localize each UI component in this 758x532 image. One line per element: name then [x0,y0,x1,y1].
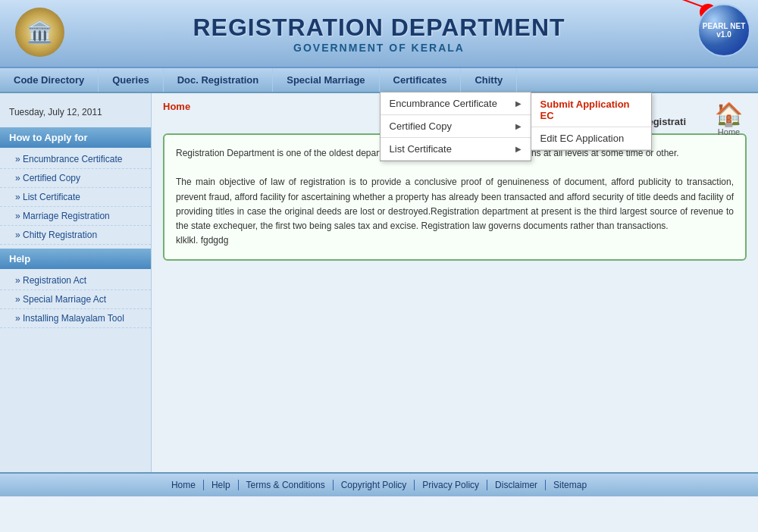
nav-chitty[interactable]: Chitty [461,68,517,92]
help-title: Help [0,249,151,269]
nav-code-directory[interactable]: Code Directory [0,68,99,92]
nav-certificates-container[interactable]: Certificates Encumbrance Certificate ▶ S… [380,68,462,92]
home-label: Home [715,127,743,136]
main-navbar: Code Directory Queries Doc. Registration… [0,68,758,93]
kerala-emblem: 🏛️ [15,8,64,57]
sidebar-item-list-certificate[interactable]: List Certificate [0,188,151,207]
submenu-submit-application[interactable]: Submit Application EC [531,93,651,127]
encumbrance-submenu: Submit Application EC Edit EC Applicatio… [531,92,652,151]
certified-copy-label: Certified Copy [390,120,452,132]
pearl-net-badge: PEARL NETv1.0 [697,4,750,57]
pearl-net-text: PEARL NETv1.0 [703,22,746,39]
sidebar-item-registration-act[interactable]: Registration Act [0,271,151,290]
sidebar-item-special-marriage-act[interactable]: Special Marriage Act [0,290,151,309]
certificates-dropdown: Encumbrance Certificate ▶ Submit Applica… [380,92,531,161]
nav-queries[interactable]: Queries [99,68,163,92]
sidebar-item-encumbrance[interactable]: Encumbrance Certificate [0,150,151,169]
government-subtitle: GOVERNMENT OF KERALA [193,42,565,54]
footer-privacy[interactable]: Privacy Policy [415,480,487,490]
home-icon-area[interactable]: 🏠 Home [715,101,743,136]
breadcrumb[interactable]: Home [163,101,190,112]
sidebar-item-chitty-registration[interactable]: Chitty Registration [0,226,151,245]
footer-sitemap[interactable]: Sitemap [546,480,594,490]
footer-home[interactable]: Home [164,480,204,490]
dropdown-certified-copy[interactable]: Certified Copy ▶ [381,115,531,138]
nav-doc-registration[interactable]: Doc. Registration [164,68,274,92]
footer-terms[interactable]: Terms & Conditions [239,480,334,490]
page-footer: Home Help Terms & Conditions Copyright P… [0,472,758,496]
nav-certificates[interactable]: Certificates [380,68,462,92]
nav-special-marriage[interactable]: Special Marriage [273,68,379,92]
dropdown-encumbrance[interactable]: Encumbrance Certificate ▶ Submit Applica… [381,92,531,115]
sidebar: Tuesday, July 12, 2011 How to Apply for … [0,93,152,472]
list-certificate-arrow-icon: ▶ [515,145,522,153]
content-description: Registration Department is one of the ol… [176,146,734,248]
submenu-edit-ec-application[interactable]: Edit EC Application [531,127,651,150]
header-title-block: REGISTRATION DEPARTMENT GOVERNMENT OF KE… [193,14,565,54]
dropdown-list-certificate[interactable]: List Certificate ▶ [381,138,531,161]
footer-copyright[interactable]: Copyright Policy [334,480,415,490]
footer-help[interactable]: Help [204,480,239,490]
department-title: REGISTRATION DEPARTMENT [193,14,565,42]
footer-disclaimer[interactable]: Disclaimer [487,480,546,490]
home-icon: 🏠 [715,101,743,127]
certified-copy-arrow-icon: ▶ [515,122,522,130]
sidebar-item-installing-malayalam[interactable]: Installing Malayalam Tool [0,309,151,328]
pearl-net-logo: PEARL NETv1.0 [697,4,750,57]
footer-links: Home Help Terms & Conditions Copyright P… [15,480,743,490]
sidebar-date: Tuesday, July 12, 2011 [0,101,151,124]
page-header: 🏛️ REGISTRATION DEPARTMENT GOVERNMENT OF… [0,0,758,68]
list-certificate-label: List Certificate [390,143,452,155]
encumbrance-arrow-icon: ▶ [515,99,522,108]
encumbrance-label: Encumbrance Certificate [390,98,497,109]
sidebar-item-certified-copy[interactable]: Certified Copy [0,169,151,188]
sidebar-item-marriage-registration[interactable]: Marriage Registration [0,207,151,226]
emblem-logo: 🏛️ [15,8,64,57]
how-to-apply-title: How to Apply for [0,127,151,148]
